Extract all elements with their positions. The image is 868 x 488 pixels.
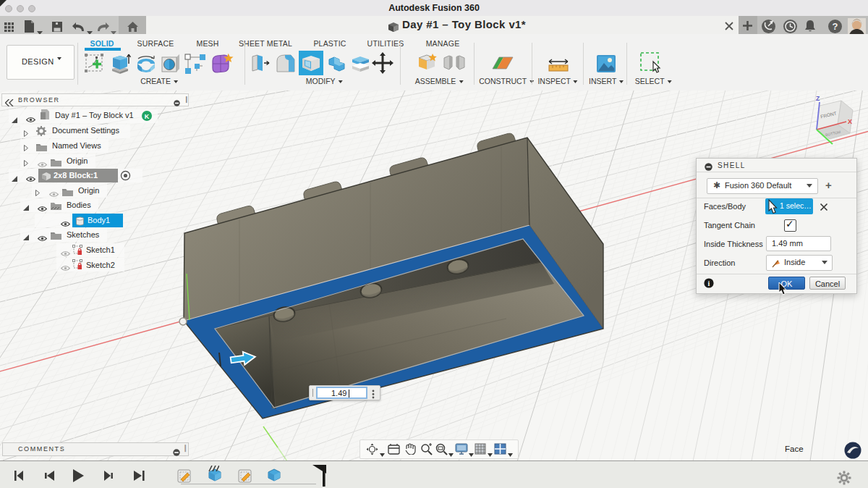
- svg-text:K: K: [145, 113, 150, 120]
- svg-text:Z: Z: [816, 95, 820, 102]
- svg-text:i: i: [708, 279, 710, 287]
- svg-text:X: X: [848, 118, 852, 125]
- svg-text:?: ?: [833, 21, 838, 32]
